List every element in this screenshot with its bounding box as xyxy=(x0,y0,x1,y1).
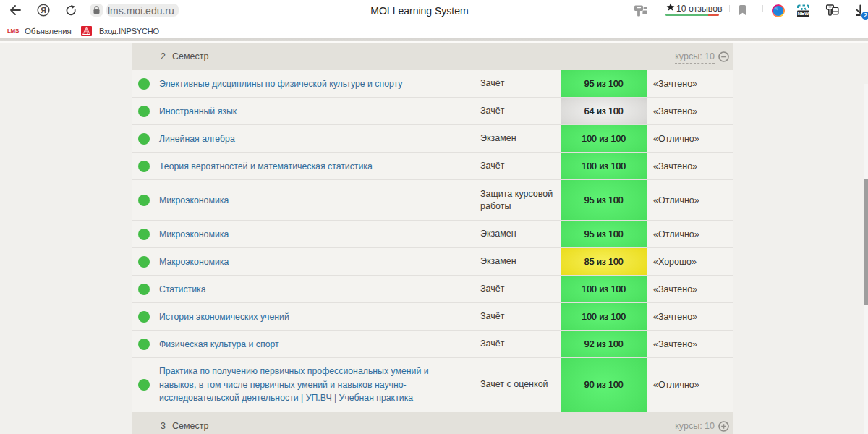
svg-text:Я: Я xyxy=(41,6,46,14)
svg-text:NEW: NEW xyxy=(798,11,809,16)
